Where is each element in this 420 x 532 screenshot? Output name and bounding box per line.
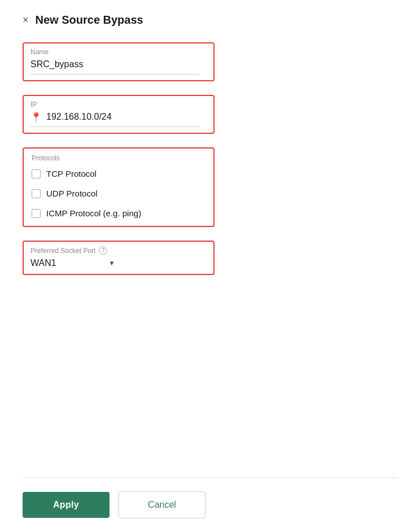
dialog-title: New Source Bypass bbox=[36, 14, 143, 27]
protocols-label: Protocols bbox=[32, 154, 205, 162]
button-row: Apply Cancel bbox=[23, 491, 397, 518]
new-source-bypass-dialog: × New Source Bypass Name SRC_bypass IP 📍… bbox=[0, 0, 420, 532]
apply-button[interactable]: Apply bbox=[23, 492, 110, 518]
socket-value-row[interactable]: WAN1 ▼ bbox=[30, 258, 115, 268]
ip-row: 📍 192.168.10.0/24 bbox=[30, 111, 207, 123]
udp-checkbox[interactable] bbox=[32, 189, 41, 198]
ip-value[interactable]: 192.168.10.0/24 bbox=[46, 111, 112, 123]
cancel-button[interactable]: Cancel bbox=[119, 491, 205, 518]
tcp-label: TCP Protocol bbox=[46, 169, 97, 178]
socket-value: WAN1 bbox=[30, 258, 56, 268]
name-field-group: Name SRC_bypass bbox=[23, 42, 215, 81]
divider bbox=[23, 477, 397, 478]
socket-port-group: Preferred Socket Port ? WAN1 ▼ bbox=[23, 241, 215, 275]
dropdown-arrow-icon[interactable]: ▼ bbox=[108, 259, 115, 267]
dialog-header: × New Source Bypass bbox=[23, 14, 397, 27]
help-icon[interactable]: ? bbox=[99, 246, 107, 255]
spacer bbox=[23, 293, 397, 468]
ip-underline bbox=[30, 127, 200, 127]
icmp-label: ICMP Protocol (e.g. ping) bbox=[46, 208, 141, 218]
name-label: Name bbox=[30, 48, 207, 56]
tcp-checkbox[interactable] bbox=[32, 169, 41, 178]
socket-label: Preferred Socket Port bbox=[30, 247, 95, 255]
protocol-item-udp: UDP Protocol bbox=[32, 189, 205, 198]
close-icon[interactable]: × bbox=[23, 14, 29, 26]
protocol-item-icmp: ICMP Protocol (e.g. ping) bbox=[32, 208, 205, 218]
protocols-group: Protocols TCP Protocol UDP Protocol ICMP… bbox=[23, 147, 215, 227]
name-value[interactable]: SRC_bypass bbox=[30, 58, 207, 71]
ip-label: IP bbox=[30, 101, 207, 108]
name-underline bbox=[30, 74, 200, 75]
icmp-checkbox[interactable] bbox=[32, 209, 41, 218]
socket-label-row: Preferred Socket Port ? bbox=[30, 246, 207, 255]
ip-field-group: IP 📍 192.168.10.0/24 bbox=[23, 95, 215, 134]
protocol-item-tcp: TCP Protocol bbox=[32, 169, 205, 178]
udp-label: UDP Protocol bbox=[46, 189, 98, 198]
pin-icon: 📍 bbox=[30, 112, 42, 123]
